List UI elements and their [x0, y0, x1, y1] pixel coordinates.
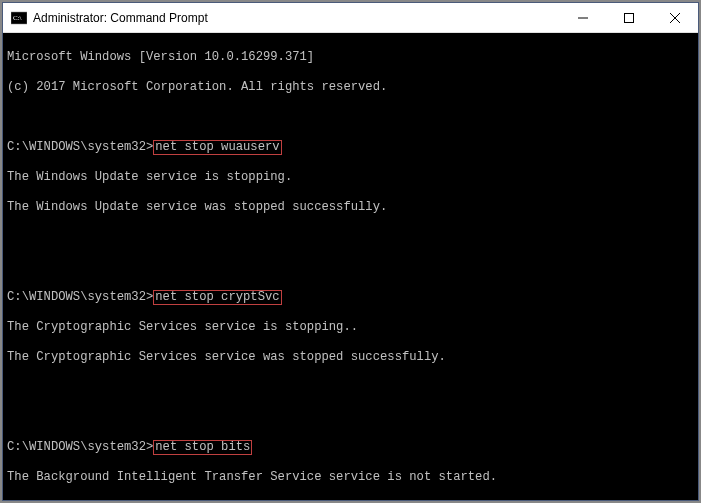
- prompt-line: C:\WINDOWS\system32>net stop bits: [7, 440, 694, 455]
- copyright-line: (c) 2017 Microsoft Corporation. All righ…: [7, 80, 694, 95]
- command-prompt-window: C:\ Administrator: Command Prompt Micros…: [2, 2, 699, 501]
- close-button[interactable]: [652, 3, 698, 32]
- titlebar[interactable]: C:\ Administrator: Command Prompt: [3, 3, 698, 33]
- window-title: Administrator: Command Prompt: [33, 11, 560, 25]
- prompt-line: C:\WINDOWS\system32>net stop cryptSvc: [7, 290, 694, 305]
- header-line: Microsoft Windows [Version 10.0.16299.37…: [7, 50, 694, 65]
- command-highlight: net stop wuauserv: [153, 140, 281, 155]
- prompt-text: C:\WINDOWS\system32>: [7, 440, 153, 454]
- output-line: The Cryptographic Services service was s…: [7, 350, 694, 365]
- terminal-output[interactable]: Microsoft Windows [Version 10.0.16299.37…: [3, 33, 698, 500]
- command-highlight: net stop cryptSvc: [153, 290, 281, 305]
- prompt-text: C:\WINDOWS\system32>: [7, 290, 153, 304]
- svg-rect-3: [625, 13, 634, 22]
- output-line: The Windows Update service is stopping.: [7, 170, 694, 185]
- prompt-line: C:\WINDOWS\system32>net stop wuauserv: [7, 140, 694, 155]
- maximize-button[interactable]: [606, 3, 652, 32]
- minimize-button[interactable]: [560, 3, 606, 32]
- blank-line: [7, 230, 694, 245]
- blank-line: [7, 260, 694, 275]
- output-line: The Background Intelligent Transfer Serv…: [7, 470, 694, 485]
- blank-line: [7, 410, 694, 425]
- window-controls: [560, 3, 698, 32]
- prompt-text: C:\WINDOWS\system32>: [7, 140, 153, 154]
- blank-line: [7, 380, 694, 395]
- svg-text:C:\: C:\: [13, 14, 22, 22]
- command-highlight: net stop bits: [153, 440, 252, 455]
- output-line: The Windows Update service was stopped s…: [7, 200, 694, 215]
- blank-line: [7, 110, 694, 125]
- output-line: The Cryptographic Services service is st…: [7, 320, 694, 335]
- cmd-icon: C:\: [11, 10, 27, 26]
